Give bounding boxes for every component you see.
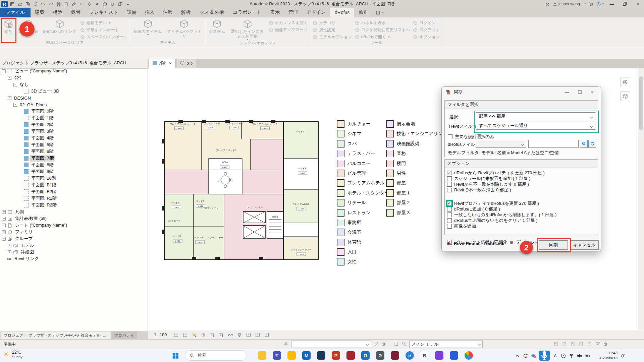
ribbon-tab-ファイル[interactable]: ファイル [0, 8, 31, 17]
properties-icon[interactable] [9, 1, 15, 7]
drofus-filter-input[interactable] [528, 140, 579, 148]
ribbon-tab-注釈[interactable]: 注釈 [159, 8, 177, 17]
tree-item[interactable]: 平面図: B2階 [0, 188, 148, 195]
tree-item[interactable]: -ビュー ("Company Name") [0, 68, 148, 74]
tree-item[interactable]: +集計表/数量 (all) [0, 215, 148, 222]
close-view-icon[interactable]: ✕ [169, 61, 172, 66]
taskbar-app-photos[interactable] [449, 350, 459, 361]
tree-item[interactable]: 平面図: 6階 [0, 148, 148, 155]
tree-expander[interactable]: - [13, 83, 17, 86]
checkbox[interactable] [447, 224, 452, 229]
ribbon-button-同期[interactable]: 同期 [2, 18, 14, 35]
taskbar-app-folder[interactable] [287, 350, 296, 361]
ribbon-item-属性設定[interactable]: 属性設定 [313, 27, 352, 33]
temporary-hide-isolate-icon[interactable] [227, 332, 233, 338]
taskbar-search[interactable]: 検索 [185, 350, 247, 361]
ribbon-tab-構造[interactable]: 構造 [49, 8, 67, 17]
sync-status-icon[interactable] [523, 353, 528, 359]
user-account-menu[interactable]: jasper.wong... [552, 2, 586, 7]
wifi-icon[interactable] [569, 353, 574, 359]
checkbox[interactable] [447, 188, 452, 192]
tree-expander[interactable]: + [2, 217, 6, 221]
undo-icon[interactable] [40, 1, 46, 7]
option-checkbox[interactable]: スケジュールに未配置を追加 ( 1 部屋 ) [447, 176, 530, 182]
ribbon-item-オカレンスを除く[interactable]: オカレンスを除く [269, 20, 308, 26]
select-underlay-icon[interactable] [562, 341, 567, 347]
drofus-filter-combo[interactable] [476, 140, 526, 148]
ribbon-tab-マス & 外構[interactable]: マス & 外構 [195, 8, 228, 17]
select-links-icon[interactable] [553, 341, 558, 347]
editable-only-icon[interactable] [374, 341, 379, 347]
battery-icon[interactable] [585, 353, 590, 359]
ribbon-button-dRofusへのリンク[interactable]: dRofusへのリンク [42, 18, 77, 35]
design-option-icon[interactable] [394, 341, 399, 347]
tree-item[interactable]: 平面図: 3階 [0, 128, 148, 135]
filter-icon[interactable] [595, 341, 600, 347]
checkbox[interactable] [447, 218, 452, 223]
ribbon-item-オプション[interactable]: オプション [413, 34, 440, 40]
tree-expander[interactable]: + [2, 230, 6, 234]
select-by-face-icon[interactable] [579, 341, 584, 347]
view-tab-3D[interactable]: 3D [176, 59, 196, 68]
tree-item[interactable]: +モデル [0, 242, 148, 249]
dialog-sync-button[interactable]: 同期 [539, 240, 568, 250]
microphone-active-icon[interactable] [539, 351, 550, 361]
ribbon-tab-修正[interactable]: 修正 [354, 8, 372, 17]
viewcube-icon[interactable] [620, 91, 630, 101]
tree-item[interactable]: 平面図: 5階 [0, 141, 148, 148]
tree-item[interactable]: 平面図: 9階 [0, 168, 148, 175]
ribbon-tab-プレキャスト[interactable]: プレキャスト [85, 8, 122, 17]
view-tab-7階[interactable]: 7階✕ [149, 59, 175, 68]
tree-item[interactable]: 平面図: 4階 [0, 135, 148, 141]
print-icon[interactable] [55, 1, 62, 7]
filter-search-button[interactable] [580, 140, 588, 148]
cart-icon[interactable] [589, 2, 594, 7]
tree-item[interactable]: 平面図: R1階 [0, 195, 148, 202]
drag-on-selection-icon[interactable] [587, 341, 592, 347]
ribbon-item-部屋をインポート[interactable]: 部屋をインポート [80, 27, 127, 33]
ribbon-item-スペースのインポート[interactable]: スペースのインポート [80, 34, 127, 40]
reveal-hidden-icon[interactable] [236, 332, 243, 338]
ribbon-tab-建築[interactable]: 建築 [31, 8, 49, 17]
ribbon-tab-挿入[interactable]: 挿入 [141, 8, 159, 17]
clock-icon[interactable] [560, 353, 566, 359]
tree-expander[interactable]: - [8, 96, 11, 100]
ribbon-item-ログアウト[interactable]: ログアウト [413, 27, 440, 33]
tab-properties[interactable]: プロパティ [111, 331, 137, 339]
dialog-title-bar[interactable]: 同期 — × [442, 87, 601, 98]
customize-caret-icon[interactable] [124, 1, 131, 7]
default-3d-view-icon[interactable] [101, 1, 108, 7]
redo-icon[interactable] [47, 1, 54, 7]
tree-item[interactable]: +シート ("Company Name") [0, 222, 148, 229]
tab-project-browser[interactable]: プロジェクト ブラウザ - ステップ3+4+5+6_複合モデル_ARCH [1, 331, 111, 339]
tree-item[interactable]: 平面図: R2階 [0, 202, 148, 208]
tree-item[interactable]: +詳細図 [0, 249, 148, 255]
design-options-select[interactable]: メイン モデル [409, 341, 483, 348]
workset-select[interactable] [291, 341, 371, 348]
ribbon-item-パネルを表示[interactable]: パネルを表示 [355, 20, 410, 26]
select-combo[interactable]: 部屋 <-> 部屋 [476, 112, 595, 120]
taskbar-app-snipping[interactable] [435, 350, 444, 361]
option-checkbox[interactable]: Revitから不一致を削除します 0 部屋 ) [447, 181, 529, 187]
tree-item[interactable]: -なし [0, 81, 148, 88]
shadows-icon[interactable] [200, 332, 206, 338]
onedrive-icon[interactable] [531, 353, 536, 359]
taskbar-app-powerpoint[interactable]: P [331, 350, 340, 361]
taskbar-app-settings[interactable]: ⚙ [376, 350, 385, 361]
sync-icon[interactable] [32, 1, 39, 7]
tree-expander[interactable]: + [8, 250, 11, 254]
dialog-cancel-button[interactable]: キャンセル [570, 240, 599, 250]
option-checkbox[interactable]: 画像を追加 [447, 223, 476, 229]
open-icon[interactable] [16, 1, 23, 7]
tree-item[interactable]: 平面図: 10階 [0, 175, 148, 182]
tree-item[interactable]: 平面図: B1階 [0, 182, 148, 188]
taskbar-app-chrome[interactable] [464, 350, 473, 361]
dialog-close-button[interactable]: × [586, 87, 599, 97]
crop-view-icon[interactable] [209, 332, 215, 338]
tree-item[interactable]: -??? [0, 74, 148, 81]
tree-item[interactable]: +ファミリ [0, 229, 148, 235]
option-checkbox[interactable]: dRofusから Revitプロパティを更新 270 部屋 ) [447, 170, 545, 176]
ribbon-item-連動モデル[interactable]: 連動モデル [80, 20, 127, 26]
detail-level-icon[interactable] [173, 332, 179, 338]
taskbar-app-file-explorer[interactable] [258, 350, 267, 361]
